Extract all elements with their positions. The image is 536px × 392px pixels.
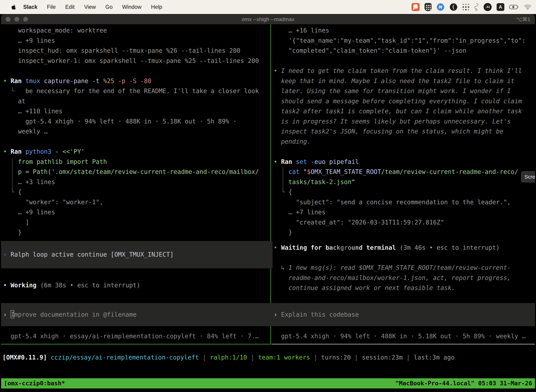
text-segment: inspect task2's JSON, focusing on the st… bbox=[274, 128, 503, 135]
menu-item-view[interactable]: View bbox=[84, 4, 96, 10]
text-segment: " bbox=[303, 168, 307, 175]
left-pane-input[interactable]: › Improve documentation in @filename bbox=[1, 303, 273, 326]
terminal-line: … +16 lines bbox=[274, 25, 535, 36]
text-segment: ↳ 1 new msg(s): read $OMX_TEAM_STATE_ROO… bbox=[274, 264, 511, 271]
text-segment: } bbox=[3, 229, 22, 236]
blue-bolt-icon[interactable] bbox=[436, 3, 445, 11]
left-input-placeholder: mprove documentation in @filename bbox=[14, 310, 136, 320]
right-pane-flow: … +16 lines '{"team_name":"my-team","tas… bbox=[274, 25, 535, 238]
terminal-line bbox=[274, 147, 535, 157]
timer-badge-icon[interactable]: ..61 bbox=[483, 3, 492, 11]
text-segment: readme-and-reco/mailbox/worker-1.json, a… bbox=[274, 274, 511, 281]
text-segment: | bbox=[247, 352, 258, 363]
terminal-line: "subject": "send a concise recommendatio… bbox=[274, 197, 535, 207]
text-segment: keep that in mind. Maybe I also need the… bbox=[274, 77, 515, 84]
terminal-line: … +9 lines bbox=[3, 207, 270, 217]
window-title: omx --xhigh --madmax bbox=[1, 14, 535, 24]
terminal-line: cat "$OMX_TEAM_STATE_ROOT/team/review-cu… bbox=[274, 167, 535, 177]
text-cursor: I bbox=[10, 310, 14, 318]
text-segment: • bbox=[274, 244, 281, 251]
left-pane-flow: workspace_mode: worktree … +9 lines insp… bbox=[3, 25, 270, 238]
crescent-icon[interactable] bbox=[450, 3, 458, 11]
menu-item-window[interactable]: Window bbox=[122, 4, 141, 10]
left-output-connector-line bbox=[12, 158, 13, 189]
text-segment: | bbox=[199, 352, 210, 363]
input-source-icon[interactable]: A bbox=[497, 3, 504, 11]
text-segment: [OMX#0.11.9] bbox=[2, 352, 51, 363]
text-segment: tmux bbox=[25, 77, 44, 84]
terminal-line: from pathlib import Path bbox=[3, 157, 270, 167]
text-segment: | bbox=[310, 352, 321, 363]
terminal-window: omx --xhigh --madmax ⌥⌘1 workspace_mode:… bbox=[1, 14, 535, 392]
terminal-line: should send a message before completing … bbox=[274, 96, 535, 107]
terminal-line: ↳ 1 new msg(s): read $OMX_TEAM_STATE_ROO… bbox=[274, 263, 511, 273]
text-segment: weekly … bbox=[3, 128, 48, 135]
text-segment: … +7 lines bbox=[274, 209, 325, 216]
menu-item-file[interactable]: File bbox=[47, 4, 56, 10]
text-segment: … +9 lines bbox=[3, 37, 55, 44]
text-segment: ] bbox=[3, 219, 29, 226]
tmux-host-clock-label: "MacBook-Pro-44.local" 05:03 31-Mar-26 bbox=[395, 378, 532, 388]
text-segment: Ralph loop active continue [OMX_TMUX_INJ… bbox=[10, 251, 174, 258]
desktop: { "menu_bar": { "app_name": "Slack", "it… bbox=[0, 0, 536, 392]
text-segment: Waiting for background terminal bbox=[281, 244, 396, 251]
terminal-line: pending. bbox=[274, 137, 535, 147]
text-segment: -euo pipefail bbox=[311, 158, 359, 165]
dot-grid-icon[interactable] bbox=[463, 4, 469, 10]
tmux-session-label: [omx-cczip0:bash* bbox=[4, 378, 65, 388]
text-segment: "worker": "worker-1", bbox=[3, 199, 103, 206]
screen-tooltip: Scre bbox=[521, 171, 535, 182]
app-menu-slack[interactable]: Slack bbox=[23, 4, 38, 10]
text-segment: └ bbox=[274, 188, 288, 196]
privacy-shield-icon[interactable] bbox=[425, 3, 431, 11]
text-segment: inspect_hud: omx sparkshell --tmux-pane … bbox=[3, 47, 240, 54]
menu-item-go[interactable]: Go bbox=[105, 4, 113, 10]
text-segment: turns:20 bbox=[321, 352, 351, 363]
terminal-line: is in progress? It seems likely but perh… bbox=[274, 117, 535, 127]
terminal-line: } bbox=[274, 227, 535, 238]
terminal-line: └ be necessary for the end of the README… bbox=[3, 86, 270, 96]
terminal-line bbox=[3, 137, 270, 147]
text-segment: • bbox=[274, 158, 281, 165]
text-segment: • bbox=[3, 282, 10, 289]
wifi-icon[interactable] bbox=[524, 4, 531, 10]
text-segment: └ bbox=[3, 188, 18, 196]
left-pane-bottom-border bbox=[1, 344, 270, 344]
app-speech-bubble-icon[interactable] bbox=[412, 3, 420, 11]
ralph-loop-bar: › Ralph loop active continue [OMX_TMUX_I… bbox=[1, 241, 273, 268]
text-segment: | bbox=[351, 352, 362, 363]
apple-menu-icon[interactable] bbox=[11, 4, 17, 10]
text-segment: inspect_worker-1: omx sparkshell --tmux-… bbox=[3, 57, 259, 64]
tmux-status-bar: [omx-cczip0:bash* "MacBook-Pro-44.local"… bbox=[1, 378, 535, 388]
right-pane-input[interactable]: › Explain this codebase bbox=[272, 303, 535, 326]
text-segment: { bbox=[18, 188, 22, 196]
text-segment: Ran bbox=[10, 148, 25, 155]
terminal-line: continue assigned work or next feasible … bbox=[274, 283, 511, 293]
text-segment: set bbox=[296, 158, 311, 165]
text-segment: session:23m bbox=[362, 352, 403, 363]
terminal-line: inspect task2's JSON, focusing on the st… bbox=[274, 126, 535, 137]
s-hook-icon[interactable] bbox=[474, 3, 479, 11]
battery-icon[interactable] bbox=[509, 5, 519, 10]
text-segment: … +3 lines bbox=[3, 178, 55, 186]
terminal-line: … +110 lines bbox=[3, 106, 270, 117]
terminal-line: └ { bbox=[274, 187, 535, 197]
text-segment: … +110 lines bbox=[3, 108, 62, 115]
text-segment: Ran bbox=[281, 158, 296, 165]
terminal-line: … +7 lines bbox=[274, 207, 535, 217]
text-segment: | bbox=[403, 352, 414, 363]
terminal-line: • Ran set -euo pipefail bbox=[274, 157, 535, 167]
window-titlebar[interactable]: omx --xhigh --madmax ⌥⌘1 bbox=[1, 14, 535, 24]
text-segment: team:1 workers bbox=[258, 352, 310, 363]
apple-logo-icon bbox=[11, 4, 17, 10]
text-segment: • bbox=[274, 67, 281, 74]
text-segment: "completed","claim_token":"claim-token"}… bbox=[274, 47, 466, 54]
text-segment: - bbox=[55, 148, 62, 155]
menu-item-help[interactable]: Help bbox=[151, 4, 162, 10]
menu-item-edit[interactable]: Edit bbox=[65, 4, 75, 10]
text-segment: • bbox=[3, 148, 10, 155]
text-segment: " bbox=[352, 178, 355, 186]
terminal-line: • I need to get the claim token from the… bbox=[274, 66, 535, 76]
text-segment: last:3m ago bbox=[414, 352, 455, 363]
text-segment: … +16 lines bbox=[274, 27, 329, 34]
